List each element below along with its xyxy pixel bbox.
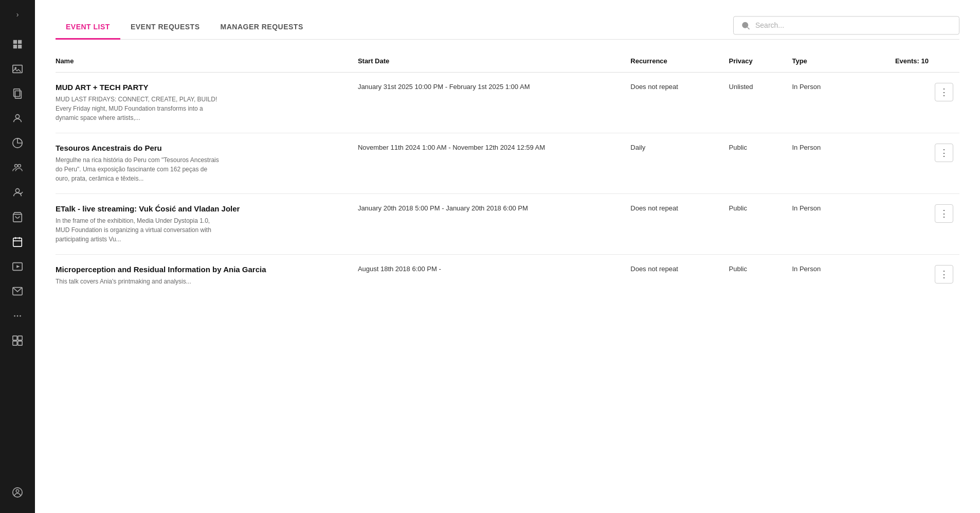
svg-point-8 (15, 115, 19, 118)
sidebar-item-contacts[interactable] (7, 108, 28, 129)
sidebar-toggle[interactable]: › (7, 5, 28, 24)
cell-start-date: August 18th 2018 6:00 PM - (352, 255, 624, 297)
cell-action: ⋮ (863, 255, 959, 297)
row-action-button[interactable]: ⋮ (935, 204, 953, 223)
tab-manager-requests[interactable]: MANAGER REQUESTS (210, 15, 314, 40)
event-name: MUD ART + TECH PARTY (56, 83, 346, 92)
table-body: MUD ART + TECH PARTY MUD LAST FRIDAYS: C… (56, 73, 959, 297)
search-icon (741, 21, 750, 30)
svg-point-11 (18, 165, 21, 168)
table-row: MUD ART + TECH PARTY MUD LAST FRIDAYS: C… (56, 73, 959, 133)
sidebar-item-members[interactable] (7, 157, 28, 178)
sidebar-item-apps[interactable] (7, 306, 28, 326)
svg-rect-0 (13, 40, 17, 44)
svg-point-30 (742, 22, 748, 28)
svg-point-29 (16, 490, 19, 493)
cell-name: ETalk - live streaming: Vuk Ćosić and Vl… (56, 194, 352, 255)
cell-start-date: November 11th 2024 1:00 AM - November 12… (352, 133, 624, 194)
search-box (733, 16, 959, 34)
cell-start-date: January 20th 2018 5:00 PM - January 20th… (352, 194, 624, 255)
col-header-type: Type (786, 50, 863, 73)
svg-rect-24 (13, 336, 17, 340)
event-name: Tesouros Ancestrais do Peru (56, 144, 346, 152)
cell-action: ⋮ (863, 73, 959, 133)
svg-point-21 (17, 315, 19, 317)
svg-rect-26 (13, 341, 17, 345)
row-action-button[interactable]: ⋮ (935, 83, 953, 101)
svg-line-31 (747, 27, 749, 29)
cell-type: In Person (786, 133, 863, 194)
row-action-button[interactable]: ⋮ (935, 265, 953, 284)
cell-name: Tesouros Ancestrais do Peru Mergulhe na … (56, 133, 352, 194)
search-container (733, 16, 959, 34)
svg-rect-6 (14, 89, 20, 97)
events-table: Name Start Date Recurrence Privacy Type … (56, 50, 959, 296)
table-row: ETalk - live streaming: Vuk Ćosić and Vl… (56, 194, 959, 255)
row-action-button[interactable]: ⋮ (935, 144, 953, 162)
col-header-privacy: Privacy (723, 50, 786, 73)
cell-privacy: Public (723, 194, 786, 255)
sidebar-item-dashboard[interactable] (7, 34, 28, 55)
cell-recurrence: Does not repeat (624, 194, 722, 255)
sidebar: › (0, 0, 35, 513)
svg-point-12 (15, 189, 19, 192)
cell-name: MUD ART + TECH PARTY MUD LAST FRIDAYS: C… (56, 73, 352, 133)
svg-rect-25 (18, 336, 22, 340)
svg-rect-2 (13, 45, 17, 48)
svg-rect-7 (15, 91, 21, 99)
tab-event-requests[interactable]: EVENT REQUESTS (120, 15, 210, 40)
col-header-events-count: Events: 10 (863, 50, 959, 73)
sidebar-item-pages[interactable] (7, 83, 28, 104)
event-description: In the frame of the exhibition, Media Un… (56, 216, 220, 244)
svg-point-23 (20, 315, 21, 317)
cell-action: ⋮ (863, 133, 959, 194)
sidebar-item-analytics[interactable] (7, 133, 28, 153)
cell-privacy: Unlisted (723, 73, 786, 133)
cell-privacy: Public (723, 133, 786, 194)
table-row: Microperception and Residual Information… (56, 255, 959, 297)
sidebar-item-gallery[interactable] (7, 59, 28, 79)
cell-type: In Person (786, 194, 863, 255)
cell-privacy: Public (723, 255, 786, 297)
svg-rect-3 (18, 45, 22, 48)
sidebar-item-email[interactable] (7, 281, 28, 302)
cell-type: In Person (786, 73, 863, 133)
svg-point-10 (15, 165, 18, 168)
cell-type: In Person (786, 255, 863, 297)
cell-recurrence: Does not repeat (624, 255, 722, 297)
cell-start-date: January 31st 2025 10:00 PM - February 1s… (352, 73, 624, 133)
main-content: EVENT LIST EVENT REQUESTS MANAGER REQUES… (35, 0, 980, 513)
top-area: EVENT LIST EVENT REQUESTS MANAGER REQUES… (35, 0, 980, 40)
svg-point-22 (14, 315, 15, 317)
tabs: EVENT LIST EVENT REQUESTS MANAGER REQUES… (56, 15, 959, 40)
col-header-recurrence: Recurrence (624, 50, 722, 73)
cell-recurrence: Does not repeat (624, 73, 722, 133)
event-description: MUD LAST FRIDAYS: CONNECT, CREATE, PLAY,… (56, 95, 220, 122)
event-description: Mergulhe na rica história do Peru com "T… (56, 155, 220, 183)
cell-action: ⋮ (863, 194, 959, 255)
svg-marker-19 (16, 265, 20, 268)
search-input[interactable] (755, 21, 952, 29)
sidebar-item-store[interactable] (7, 207, 28, 227)
cell-name: Microperception and Residual Information… (56, 255, 352, 297)
svg-rect-1 (18, 40, 22, 44)
svg-rect-14 (13, 238, 22, 247)
table-header: Name Start Date Recurrence Privacy Type … (56, 50, 959, 73)
sidebar-item-account[interactable] (7, 482, 28, 503)
col-header-start-date: Start Date (352, 50, 624, 73)
table-area: Name Start Date Recurrence Privacy Type … (35, 40, 980, 513)
table-row: Tesouros Ancestrais do Peru Mergulhe na … (56, 133, 959, 194)
sidebar-item-events[interactable] (7, 232, 28, 252)
sidebar-item-widgets[interactable] (7, 330, 28, 351)
event-name: Microperception and Residual Information… (56, 265, 346, 274)
sidebar-item-media[interactable] (7, 256, 28, 277)
col-header-name: Name (56, 50, 352, 73)
sidebar-item-user-manage[interactable] (7, 182, 28, 203)
svg-rect-27 (18, 341, 22, 345)
event-description: This talk covers Ania's printmaking and … (56, 277, 220, 286)
cell-recurrence: Daily (624, 133, 722, 194)
event-name: ETalk - live streaming: Vuk Ćosić and Vl… (56, 204, 346, 213)
tab-event-list[interactable]: EVENT LIST (56, 15, 120, 40)
